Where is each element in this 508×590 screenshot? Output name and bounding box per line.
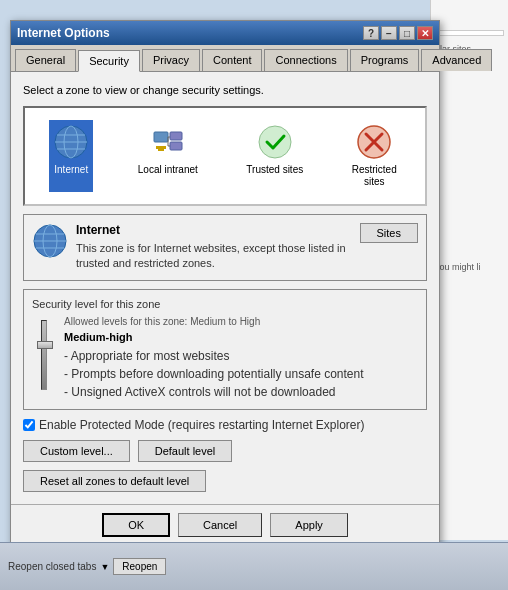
dialog-footer: OK Cancel Apply <box>11 504 439 545</box>
protected-mode-row: Enable Protected Mode (requires restarti… <box>23 418 427 432</box>
tabs-bar: General Security Privacy Content Connect… <box>11 45 439 72</box>
reopen-button[interactable]: Reopen <box>113 558 166 575</box>
zone-restricted-sites[interactable]: Restrictedsites <box>348 120 401 192</box>
security-level-title: Security level for this zone <box>32 298 418 310</box>
protected-mode-label: Enable Protected Mode (requires restarti… <box>39 418 365 432</box>
reset-all-zones-button[interactable]: Reset all zones to default level <box>23 470 206 492</box>
zone-info-desc: This zone is for Internet websites, exce… <box>76 241 352 272</box>
internet-zone-icon <box>53 124 89 160</box>
ok-button[interactable]: OK <box>102 513 170 537</box>
security-slider[interactable] <box>32 316 56 390</box>
bullet-1: - Appropriate for most websites <box>64 347 418 365</box>
trusted-zone-icon <box>257 124 293 160</box>
svg-rect-7 <box>170 142 182 150</box>
cancel-button[interactable]: Cancel <box>178 513 262 537</box>
dialog-titlebar: Internet Options ? − □ ✕ <box>11 21 439 45</box>
slider-track <box>41 320 47 390</box>
security-bullets: - Appropriate for most websites - Prompt… <box>64 347 418 401</box>
custom-level-button[interactable]: Custom level... <box>23 440 130 462</box>
close-button[interactable]: ✕ <box>417 26 433 40</box>
zone-info-text: Internet This zone is for Internet websi… <box>76 223 352 272</box>
security-level-name: Medium-high <box>64 331 418 343</box>
svg-rect-12 <box>158 149 164 151</box>
reopen-closed-tabs-label: Reopen closed tabs <box>8 561 96 572</box>
zone-trusted-sites[interactable]: Trusted sites <box>242 120 307 192</box>
zone-info-title: Internet <box>76 223 352 237</box>
internet-zone-label: Internet <box>54 164 88 176</box>
security-level-box: Security level for this zone Allowed lev… <box>23 289 427 410</box>
apply-button[interactable]: Apply <box>270 513 348 537</box>
tab-advanced[interactable]: Advanced <box>421 49 492 71</box>
minimize-button[interactable]: − <box>381 26 397 40</box>
intranet-zone-icon <box>150 124 186 160</box>
tab-content[interactable]: Content <box>202 49 263 71</box>
svg-rect-6 <box>170 132 182 140</box>
zone-internet[interactable]: Internet <box>49 120 93 192</box>
level-buttons-row: Custom level... Default level <box>23 440 427 462</box>
bullet-2: - Prompts before downloading potentially… <box>64 365 418 383</box>
maximize-button[interactable]: □ <box>399 26 415 40</box>
svg-rect-11 <box>156 146 166 149</box>
tab-privacy[interactable]: Privacy <box>142 49 200 71</box>
zone-info-icon <box>32 223 68 259</box>
svg-point-13 <box>259 126 291 158</box>
security-level-inner: Allowed levels for this zone: Medium to … <box>32 316 418 401</box>
svg-rect-5 <box>154 132 168 142</box>
tab-security[interactable]: Security <box>78 50 140 72</box>
security-allowed-label: Allowed levels for this zone: Medium to … <box>64 316 418 327</box>
zone-info-box: Internet This zone is for Internet websi… <box>23 214 427 281</box>
zone-instruction: Select a zone to view or change security… <box>23 84 427 96</box>
zone-local-intranet[interactable]: Local intranet <box>134 120 202 192</box>
default-level-button[interactable]: Default level <box>138 440 233 462</box>
browser-address <box>435 30 504 36</box>
dialog-title: Internet Options <box>17 26 110 40</box>
browser-background: ular sites you might li <box>430 0 508 540</box>
tab-general[interactable]: General <box>15 49 76 71</box>
trusted-zone-label: Trusted sites <box>246 164 303 176</box>
internet-options-dialog: Internet Options ? − □ ✕ General Securit… <box>10 20 440 546</box>
reopen-tabs-area: Reopen closed tabs ▼ Reopen <box>8 558 166 575</box>
zones-container: Internet Local intranet <box>23 106 427 206</box>
taskbar: Reopen closed tabs ▼ Reopen <box>0 542 508 590</box>
tab-programs[interactable]: Programs <box>350 49 420 71</box>
dialog-content: Select a zone to view or change security… <box>11 72 439 504</box>
intranet-zone-label: Local intranet <box>138 164 198 176</box>
protected-mode-checkbox[interactable] <box>23 419 35 431</box>
security-text: Allowed levels for this zone: Medium to … <box>64 316 418 401</box>
titlebar-buttons: ? − □ ✕ <box>363 26 433 40</box>
reopen-dropdown-icon: ▼ <box>100 562 109 572</box>
browser-side-text2: you might li <box>431 258 508 276</box>
help-button[interactable]: ? <box>363 26 379 40</box>
restricted-zone-label: Restrictedsites <box>352 164 397 188</box>
slider-thumb <box>37 341 53 349</box>
restricted-zone-icon <box>356 124 392 160</box>
sites-button[interactable]: Sites <box>360 223 418 243</box>
tab-connections[interactable]: Connections <box>264 49 347 71</box>
reset-btn-row: Reset all zones to default level <box>23 470 427 492</box>
bullet-3: - Unsigned ActiveX controls will not be … <box>64 383 418 401</box>
